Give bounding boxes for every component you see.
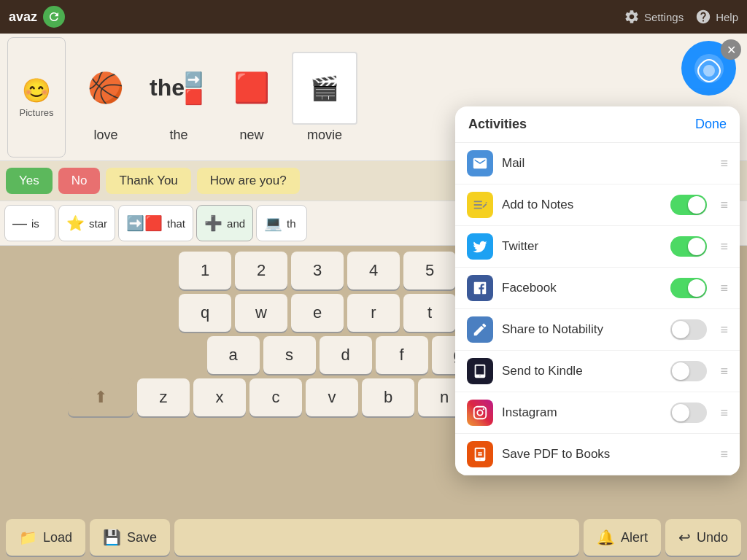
books-drag-handle: ≡ — [720, 447, 728, 462]
notability-icon — [467, 316, 493, 343]
key-f[interactable]: f — [376, 336, 428, 374]
notability-drag-handle: ≡ — [720, 322, 728, 338]
kindle-toggle-knob — [672, 362, 689, 380]
notes-toggle[interactable] — [670, 195, 707, 215]
load-button[interactable]: 📁 Load — [6, 519, 85, 556]
refresh-button[interactable] — [43, 6, 65, 28]
pictures-label: Pictures — [20, 107, 54, 118]
activity-twitter[interactable]: Twitter ≡ — [455, 226, 740, 268]
help-button[interactable]: Help — [695, 9, 738, 25]
movie-icon: 🎬 — [292, 52, 357, 125]
topbar: avaz Settings Help — [0, 0, 747, 34]
key-r[interactable]: r — [347, 294, 400, 332]
key-2[interactable]: 2 — [235, 252, 287, 289]
instagram-drag-handle: ≡ — [720, 405, 728, 421]
alert-label: Alert — [621, 530, 648, 545]
instagram-label: Instagram — [502, 405, 662, 420]
load-label: Load — [43, 530, 72, 545]
key-4[interactable]: 4 — [347, 252, 400, 289]
thankyou-button[interactable]: Thank You — [106, 168, 190, 194]
alert-button[interactable]: 🔔 Alert — [584, 519, 661, 556]
close-button[interactable]: ✕ — [721, 39, 741, 60]
instagram-toggle[interactable] — [670, 402, 707, 423]
settings-button[interactable]: Settings — [624, 9, 684, 25]
key-d[interactable]: d — [320, 336, 372, 374]
svg-point-1 — [703, 65, 715, 77]
love-icon: 🏀 — [77, 52, 135, 125]
notes-toggle-knob — [688, 196, 705, 214]
alert-icon: 🔔 — [597, 529, 615, 546]
activities-area: ✕ — [681, 41, 740, 99]
th-icon: 💻 — [264, 214, 282, 232]
books-icon — [467, 441, 493, 467]
key-v[interactable]: v — [306, 378, 358, 416]
activities-title: Activities — [468, 117, 527, 132]
load-icon: 📁 — [19, 529, 37, 546]
spacebar[interactable] — [174, 519, 579, 556]
notability-label: Share to Notability — [502, 322, 662, 337]
notability-toggle[interactable] — [670, 319, 707, 340]
facebook-toggle-knob — [688, 279, 705, 297]
key-a[interactable]: a — [207, 336, 260, 374]
key-q[interactable]: q — [179, 294, 231, 332]
chip-and-label: and — [227, 217, 245, 230]
howareyou-button[interactable]: How are you? — [197, 168, 300, 194]
activity-books[interactable]: Save PDF to Books ≡ — [455, 434, 740, 475]
word-the[interactable]: the ➡️🟥 the — [146, 42, 212, 152]
the-text: the — [169, 128, 187, 143]
activity-mail[interactable]: Mail ≡ — [455, 143, 740, 184]
key-3[interactable]: 3 — [291, 252, 344, 289]
activity-facebook[interactable]: Facebook ≡ — [455, 268, 740, 309]
facebook-label: Facebook — [502, 281, 662, 295]
chip-and[interactable]: ➕ and — [196, 205, 253, 241]
love-text: love — [93, 128, 117, 143]
save-button[interactable]: 💾 Save — [90, 519, 170, 556]
mail-drag-handle: ≡ — [720, 156, 728, 171]
key-e[interactable]: e — [291, 294, 344, 332]
and-icon: ➕ — [204, 214, 222, 232]
shift-left[interactable]: ⬆ — [68, 378, 133, 416]
new-text: new — [239, 128, 263, 143]
key-b[interactable]: b — [362, 378, 414, 416]
activity-notability[interactable]: Share to Notability ≡ — [455, 309, 740, 351]
word-love[interactable]: 🏀 love — [73, 42, 139, 152]
twitter-drag-handle: ≡ — [720, 239, 728, 254]
activity-instagram[interactable]: Instagram ≡ — [455, 392, 740, 434]
activities-popup: Activities Done Mail ≡ Add to Notes ≡ — [455, 106, 740, 475]
undo-icon: ↩ — [678, 529, 691, 546]
chip-that-label: that — [167, 217, 185, 230]
twitter-toggle[interactable] — [670, 236, 707, 257]
word-new[interactable]: 🟥 new — [219, 42, 285, 152]
key-x[interactable]: x — [193, 378, 246, 416]
instagram-icon — [467, 400, 493, 426]
new-icon: 🟥 — [222, 52, 281, 125]
no-button[interactable]: No — [58, 168, 101, 194]
key-w[interactable]: w — [235, 294, 287, 332]
notes-icon — [467, 192, 493, 218]
key-t[interactable]: t — [403, 294, 456, 332]
activity-notes[interactable]: Add to Notes ≡ — [455, 184, 740, 226]
undo-button[interactable]: ↩ Undo — [665, 519, 741, 556]
activity-kindle[interactable]: Send to Kindle ≡ — [455, 351, 740, 392]
settings-label: Settings — [644, 11, 684, 23]
yes-button[interactable]: Yes — [6, 168, 53, 194]
instagram-toggle-knob — [672, 404, 689, 421]
chip-star[interactable]: ⭐ star — [58, 205, 115, 241]
activities-done-button[interactable]: Done — [695, 117, 727, 132]
key-5[interactable]: 5 — [403, 252, 456, 289]
notability-toggle-knob — [672, 321, 689, 338]
word-movie[interactable]: 🎬 movie — [292, 42, 357, 152]
key-1[interactable]: 1 — [179, 252, 231, 289]
twitter-label: Twitter — [502, 239, 662, 254]
kindle-toggle[interactable] — [670, 361, 707, 381]
key-c[interactable]: c — [249, 378, 302, 416]
pictures-panel[interactable]: 😊 Pictures — [7, 37, 66, 158]
chip-that[interactable]: ➡️🟥 that — [118, 205, 193, 241]
chip-th[interactable]: 💻 th — [256, 205, 307, 241]
mail-label: Mail — [502, 156, 707, 171]
key-z[interactable]: z — [137, 378, 190, 416]
facebook-toggle[interactable] — [670, 278, 707, 298]
key-s[interactable]: s — [263, 336, 316, 374]
the-icon: the ➡️🟥 — [150, 52, 208, 125]
chip-is[interactable]: — is — [4, 205, 55, 241]
